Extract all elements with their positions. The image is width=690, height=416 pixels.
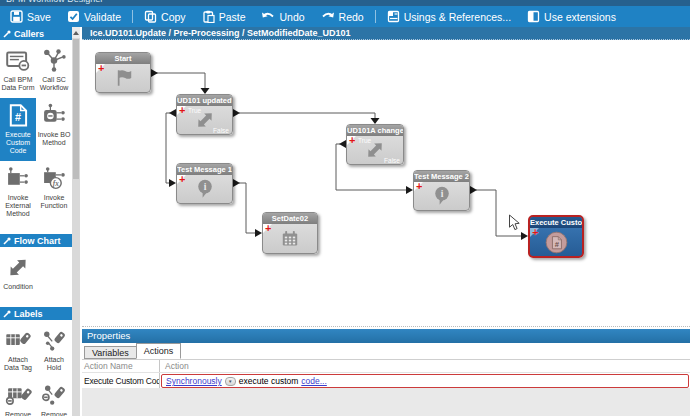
undo-icon xyxy=(261,11,275,23)
svg-text:i: i xyxy=(203,181,206,192)
add-connection-icon[interactable] xyxy=(98,63,104,74)
toolbox-sidebar: Callers Call BPM Data Form Call SC Workf… xyxy=(0,27,72,416)
breadcrumb: Ice.UD101.Update / Pre-Processing / SetM… xyxy=(82,27,690,40)
false-branch-label: False xyxy=(384,157,400,164)
scrollbar-thumb[interactable] xyxy=(73,39,79,179)
section-header-labels[interactable]: Labels xyxy=(0,307,72,320)
sidebar-item-invoke-external-method[interactable]: Invoke External Method xyxy=(0,161,36,224)
action-cell: Synchronously execute custom code... xyxy=(161,374,689,388)
condition-icon xyxy=(4,254,32,281)
scroll-up-icon xyxy=(73,31,79,35)
section-tools-icon xyxy=(3,30,11,38)
paste-icon xyxy=(202,10,215,23)
action-name-cell: Execute Custom Code 3 xyxy=(82,373,160,388)
properties-tabs: Variables Actions xyxy=(82,343,690,360)
add-connection-icon[interactable] xyxy=(416,181,422,192)
node-ud101-updated[interactable]: UD101 updated? True False xyxy=(176,94,233,135)
call-sc-workflow-icon xyxy=(40,47,68,74)
tab-actions[interactable]: Actions xyxy=(136,343,182,359)
paste-button[interactable]: Paste xyxy=(194,6,254,27)
undo-button[interactable]: Undo xyxy=(253,6,312,27)
sidebar-scrollbar[interactable] xyxy=(72,27,82,416)
add-connection-icon[interactable] xyxy=(265,223,271,234)
dropdown-arrow-icon[interactable] xyxy=(225,377,236,386)
column-action-name: Action Name xyxy=(82,360,160,372)
node-ud101a-changed[interactable]: UD101A changed? True False xyxy=(346,124,404,165)
window-title: BPM Workflow Designer xyxy=(6,0,690,4)
sidebar-item-remove-hold[interactable]: Remove Hold xyxy=(36,378,72,416)
true-branch-label: True xyxy=(188,107,201,114)
sidebar-item-condition[interactable]: Condition xyxy=(0,250,36,297)
svg-text:#: # xyxy=(15,111,21,123)
section-header-flow-chart[interactable]: Flow Chart xyxy=(0,234,72,247)
redo-icon xyxy=(321,11,335,23)
tab-variables[interactable]: Variables xyxy=(84,346,137,359)
attach-hold-icon xyxy=(40,327,68,354)
usings-references-button[interactable]: Usings & References... xyxy=(379,6,519,27)
toolbar-separator xyxy=(132,10,133,23)
actions-table-header: Action Name Action xyxy=(82,360,690,373)
node-test-message-2[interactable]: Test Message 2 i xyxy=(413,170,470,211)
action-row[interactable]: Execute Custom Code 3 Synchronously exec… xyxy=(82,373,690,388)
execute-custom-code-icon: # xyxy=(4,102,32,129)
add-connection-icon[interactable] xyxy=(349,135,355,146)
synchronously-dropdown-link[interactable]: Synchronously xyxy=(166,376,222,386)
save-button[interactable]: Save xyxy=(2,6,59,27)
true-branch-label: True xyxy=(358,137,371,144)
use-extensions-icon xyxy=(527,10,540,23)
sidebar-item-remove-data-tag[interactable]: Remove Data Tag xyxy=(0,378,36,416)
node-test-message-1[interactable]: Test Message 1 i xyxy=(176,163,233,204)
section-header-callers[interactable]: Callers xyxy=(0,27,72,40)
svg-text:i: i xyxy=(440,188,443,199)
sidebar-item-call-bpm-data-form[interactable]: Call BPM Data Form xyxy=(0,43,36,98)
sidebar-item-execute-custom-code[interactable]: # Execute Custom Code xyxy=(0,98,36,161)
redo-button[interactable]: Redo xyxy=(313,6,372,27)
remove-hold-icon xyxy=(40,382,68,409)
code-link[interactable]: code... xyxy=(301,376,327,386)
validate-icon xyxy=(67,10,80,23)
section-tools-icon xyxy=(3,310,11,318)
action-static-text: execute custom xyxy=(239,376,299,386)
node-start[interactable]: Start xyxy=(95,52,151,93)
section-tools-icon xyxy=(3,237,11,245)
sidebar-item-invoke-bo-method[interactable]: Invoke BO Method xyxy=(36,98,72,161)
usings-references-icon xyxy=(387,10,400,23)
add-connection-icon[interactable] xyxy=(532,227,538,238)
connector-wires xyxy=(82,40,688,326)
properties-empty-area xyxy=(82,388,690,416)
sidebar-item-call-sc-workflow[interactable]: Call SC Workflow xyxy=(36,43,72,98)
mouse-cursor xyxy=(508,214,521,231)
column-action: Action xyxy=(160,360,690,372)
properties-header: Properties xyxy=(82,329,690,343)
copy-icon xyxy=(144,10,157,23)
add-connection-icon[interactable] xyxy=(179,105,185,116)
use-extensions-button[interactable]: Use extensions xyxy=(519,6,624,27)
copy-button[interactable]: Copy xyxy=(136,6,194,27)
toolbar: Save Validate Copy Paste Undo Redo Using… xyxy=(0,6,690,27)
false-branch-label: False xyxy=(213,127,229,134)
sidebar-item-invoke-function[interactable]: fx Invoke Function xyxy=(36,161,72,224)
node-execute-custom-code[interactable]: Execute Custom Code 3 # xyxy=(528,215,584,258)
sidebar-item-attach-data-tag[interactable]: Attach Data Tag xyxy=(0,323,36,378)
invoke-bo-method-icon xyxy=(40,102,68,129)
invoke-function-icon: fx xyxy=(40,165,68,192)
save-icon xyxy=(10,10,23,23)
svg-text:fx: fx xyxy=(53,180,59,188)
scroll-up-button[interactable] xyxy=(72,27,80,38)
call-bpm-data-form-icon xyxy=(4,47,32,74)
attach-data-tag-icon xyxy=(4,327,32,354)
remove-data-tag-icon xyxy=(4,382,32,409)
node-setdate02[interactable]: SetDate02 xyxy=(262,212,318,254)
sidebar-item-attach-hold[interactable]: Attach Hold xyxy=(36,323,72,378)
toolbar-separator xyxy=(375,10,376,23)
invoke-external-method-icon xyxy=(4,165,32,192)
validate-button[interactable]: Validate xyxy=(59,6,129,27)
flowchart-canvas[interactable]: Start UD101 updated? True False xyxy=(82,40,690,326)
properties-panel: Properties Variables Actions Action Name… xyxy=(82,326,690,416)
add-connection-icon[interactable] xyxy=(179,174,185,185)
svg-text:#: # xyxy=(554,239,559,248)
